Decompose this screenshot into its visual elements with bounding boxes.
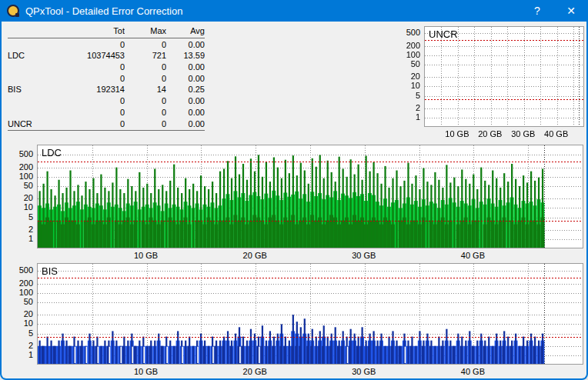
ldc-y-tick: 5 <box>10 212 33 222</box>
cell-value: 0 <box>62 118 125 130</box>
uncr-x-tick: 40 GB <box>540 129 573 139</box>
uncr-y-tick: 50 <box>397 59 420 68</box>
table-row: 000.00 <box>8 107 205 118</box>
ldc-y-tick: 10 <box>10 202 33 212</box>
cell-value: 0 <box>125 118 166 130</box>
ldc-y-tick: 2 <box>10 225 33 234</box>
row-label: UNCR <box>8 118 62 130</box>
bis-y-tick: 1 <box>10 350 33 359</box>
uncr-y-tick: 2 <box>397 103 420 112</box>
cell-value: 0.25 <box>166 84 205 95</box>
uncr-y-tick: 200 <box>397 41 420 50</box>
uncr-y-tick: 10 <box>397 81 420 90</box>
cell-value: 0 <box>62 73 125 85</box>
ldc-chart-canvas <box>37 145 583 248</box>
titlebar[interactable]: QPxTool - Detailed Error Correction ? ✕ <box>0 0 588 22</box>
uncr-x-tick: 10 GB <box>440 129 474 139</box>
cell-value: Max <box>125 25 166 37</box>
cell-value: 0.00 <box>166 39 205 51</box>
ldc-x-tick: 30 GB <box>347 251 381 261</box>
ldc-y-tick: 50 <box>10 181 33 190</box>
table-row: 000.00 <box>8 95 205 107</box>
table-row: 000.00 <box>8 39 205 51</box>
bis-x-tick: 20 GB <box>238 367 272 377</box>
cell-value: 0 <box>62 62 125 73</box>
uncr-x-tick: 30 GB <box>506 129 540 139</box>
cell-value: 13.59 <box>166 50 205 62</box>
bis-y-tick: 500 <box>10 265 33 275</box>
uncr-x-tick: 20 GB <box>473 129 507 139</box>
row-label <box>8 39 62 51</box>
bis-y-tick: 20 <box>10 309 33 318</box>
uncr-y-tick: 20 <box>397 72 420 81</box>
cell-value: 0.00 <box>166 118 205 130</box>
bis-y-tick: 200 <box>10 278 33 288</box>
cell-value: 0 <box>125 107 166 118</box>
cell-value: 0.00 <box>166 107 205 118</box>
row-label: BIS <box>8 84 62 95</box>
error-stats-table: TotMaxAvg000.00LDC1037445372113.59000.00… <box>8 25 205 132</box>
cell-value: 0 <box>125 95 166 107</box>
cell-value: 0.00 <box>166 95 205 107</box>
ldc-x-tick: 20 GB <box>238 251 272 261</box>
ldc-y-tick: 100 <box>10 172 33 181</box>
row-label <box>8 62 62 73</box>
row-label <box>8 25 62 37</box>
cell-value: 192314 <box>62 84 125 95</box>
bis-chart-title: BIS <box>42 265 58 277</box>
cell-value: 0 <box>62 107 125 118</box>
bis-y-tick: 50 <box>10 297 33 306</box>
cell-value: 0.00 <box>166 62 205 73</box>
cell-value: 0 <box>125 62 166 73</box>
uncr-chart-canvas <box>424 26 584 127</box>
ldc-y-tick: 20 <box>10 193 33 202</box>
uncr-y-tick: 100 <box>397 50 420 59</box>
table-row: LDC1037445372113.59 <box>8 50 205 62</box>
row-label <box>8 95 62 107</box>
close-button[interactable]: ✕ <box>554 0 588 22</box>
table-row: 000.00 <box>8 62 205 73</box>
ldc-x-tick: 40 GB <box>456 251 489 261</box>
app-window: QPxTool - Detailed Error Correction ? ✕ … <box>0 0 588 380</box>
cell-value: 14 <box>125 84 166 95</box>
cell-value: 0.00 <box>166 73 205 85</box>
cell-value: 0 <box>62 95 125 107</box>
cell-value: 10374453 <box>62 50 125 62</box>
ldc-y-tick: 1 <box>10 234 33 243</box>
uncr-y-tick: 1 <box>397 112 420 122</box>
window-title: QPxTool - Detailed Error Correction <box>25 5 520 17</box>
cell-value: 0 <box>125 39 166 51</box>
bis-y-tick: 5 <box>10 328 33 338</box>
uncr-y-tick: 5 <box>397 91 420 100</box>
help-button[interactable]: ? <box>520 0 554 22</box>
cell-value: 721 <box>125 50 166 62</box>
table-bottom-rule <box>8 130 205 131</box>
cell-value: Tot <box>62 25 125 37</box>
bis-y-tick: 10 <box>10 318 33 328</box>
uncr-y-tick: 500 <box>397 28 420 37</box>
row-label <box>8 73 62 85</box>
ldc-x-tick: 10 GB <box>129 251 163 261</box>
bis-x-tick: 30 GB <box>347 367 381 377</box>
table-header-rule <box>8 38 205 38</box>
app-icon <box>7 5 19 17</box>
table-row: BIS192314140.25 <box>8 84 205 95</box>
row-label <box>8 107 62 118</box>
table-row: UNCR000.00 <box>8 118 205 130</box>
cell-value: 0 <box>125 73 166 85</box>
table-header-row: TotMaxAvg <box>8 25 205 37</box>
bis-x-tick: 10 GB <box>129 367 163 377</box>
bis-x-tick: 40 GB <box>456 367 489 377</box>
ldc-y-tick: 200 <box>10 162 33 172</box>
cell-value: 0 <box>62 39 125 51</box>
uncr-chart-title: UNCR <box>429 28 458 40</box>
row-label: LDC <box>8 50 62 62</box>
cell-value: Avg <box>166 25 205 37</box>
ldc-y-tick: 500 <box>10 149 33 158</box>
bis-chart-canvas <box>37 263 583 365</box>
table-row: 000.00 <box>8 73 205 85</box>
bis-y-tick: 100 <box>10 288 33 297</box>
ldc-chart-title: LDC <box>42 147 62 158</box>
bis-y-tick: 2 <box>10 341 33 350</box>
